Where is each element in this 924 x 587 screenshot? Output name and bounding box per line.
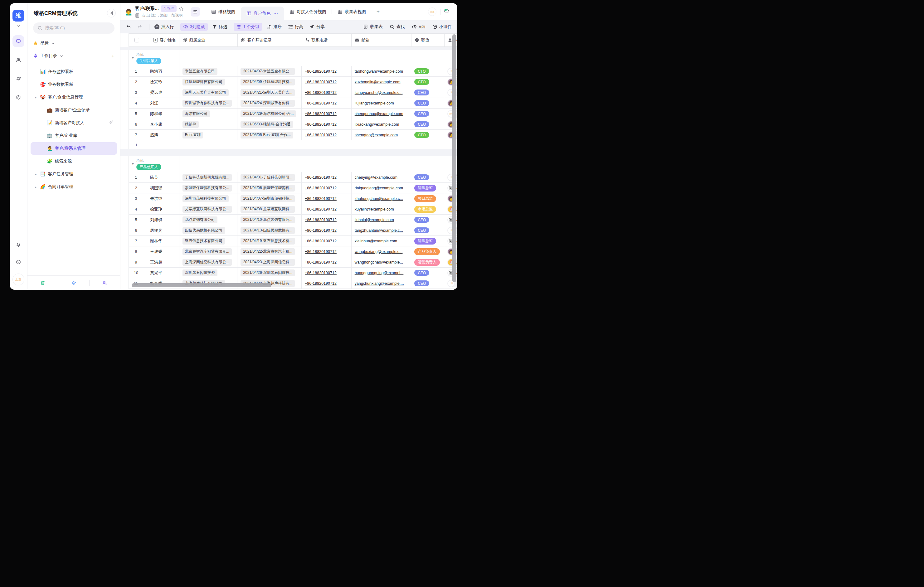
table-row[interactable]: 3梁远述深圳天天美广告有限公司2021/04/21-深圳天天美广告...+86-…: [129, 87, 457, 98]
cell-phone-link[interactable]: +86-18820190712: [305, 69, 337, 74]
sidebar-item-3[interactable]: ▾🤡客户/企业信息管理: [31, 91, 117, 104]
cell-position-pill[interactable]: 销售总监: [414, 237, 436, 244]
sidebar-item-4[interactable]: 💼新增客户/企业记录: [31, 104, 117, 116]
cell-company-chip[interactable]: 米兰五金有限公司: [183, 68, 218, 75]
datasheet-description[interactable]: 点击此处，添加一段说明: [135, 13, 184, 18]
notifications-button[interactable]: [13, 239, 24, 251]
chevron-up-icon[interactable]: [51, 41, 55, 46]
cell-visit-record-chip[interactable]: 2021/04/09-快玩智能科技有...: [241, 79, 295, 86]
cell-phone-link[interactable]: +86-18820190712: [305, 80, 337, 84]
table-row[interactable]: 5陈群华海尔有限公司2021/04/29-海尔有限公司-合...+86-1882…: [129, 109, 457, 119]
cell-customer-name[interactable]: 陈群华: [150, 111, 162, 117]
cell-position-pill[interactable]: CEO: [414, 280, 429, 286]
cell-visit-record-chip[interactable]: 2021/04/08-艾蒂娜互联网科...: [241, 206, 295, 213]
cell-position-pill[interactable]: CEO: [414, 270, 429, 276]
cell-phone-link[interactable]: +86-18820190712: [305, 196, 337, 201]
horizontal-scrollbar[interactable]: [132, 283, 271, 287]
cell-visit-record-chip[interactable]: 2021/04/13-国信优易数据有...: [241, 227, 295, 234]
cell-company-chip[interactable]: 猿辅导: [183, 121, 199, 128]
cell-visit-record-chip[interactable]: 2021/04/23-上海深网信息科...: [241, 259, 295, 266]
help-button[interactable]: [13, 256, 24, 268]
chevron-down-icon[interactable]: [59, 54, 63, 58]
table-row[interactable]: 7谢林华磐石信息技术有限公司2021/04/19-磐石信息技术有...+86-1…: [129, 236, 457, 246]
cell-customer-name[interactable]: 胡国强: [150, 185, 162, 191]
workspace-switch-chevron-icon[interactable]: [16, 23, 21, 28]
column-header-4[interactable]: 联系电话: [302, 34, 352, 46]
cell-visit-record-chip[interactable]: 2021/04/07-米兰五金有限公...: [241, 68, 295, 75]
cell-email-link[interactable]: wanghongchao@example...: [355, 260, 403, 264]
cell-visit-record-chip[interactable]: 2021/04/07-深圳市茂钿科技...: [241, 195, 295, 202]
cell-customer-name[interactable]: 李小康: [150, 122, 162, 127]
caret-down-icon[interactable]: ▾: [35, 96, 38, 99]
cell-company-chip[interactable]: Boss直聘: [183, 132, 203, 139]
cell-email-link[interactable]: xuyalin@example.com: [355, 207, 394, 211]
cell-position-pill[interactable]: CTO: [414, 132, 429, 138]
caret-right-icon[interactable]: ▸: [35, 185, 38, 189]
cell-phone-link[interactable]: +86-18820190712: [305, 91, 337, 95]
cell-customer-name[interactable]: 谢林华: [150, 238, 162, 244]
cell-phone-link[interactable]: +86-18820190712: [305, 207, 337, 211]
cell-email-link[interactable]: zhuhongchun@example.c...: [355, 196, 403, 201]
row-height-button[interactable]: 行高: [288, 24, 303, 30]
user-avatar[interactable]: 土豆: [13, 274, 24, 285]
cell-customer-name[interactable]: 王洪超: [150, 259, 162, 265]
insert-row-button[interactable]: +插入行: [154, 24, 174, 30]
sort-button[interactable]: 排序: [266, 24, 282, 30]
cell-customer-name[interactable]: 陈英: [150, 175, 158, 180]
cell-position-pill[interactable]: CEO: [414, 100, 429, 106]
share-button[interactable]: 分享: [309, 24, 325, 30]
cell-customer-name[interactable]: 盛涛: [150, 132, 158, 138]
cell-customer-name[interactable]: 朱洪纯: [150, 196, 162, 201]
table-row[interactable]: 6唐转兵国信优易数据有限公司2021/04/13-国信优易数据有...+86-1…: [129, 225, 457, 236]
table-row[interactable]: 1陈英子信科技创新研究院有限...2021/04/01-子信科技创新研...+8…: [129, 172, 457, 183]
cell-company-chip[interactable]: 上海深网信息科技有限公...: [183, 259, 232, 266]
cell-email-link[interactable]: wangboxiang@example.c...: [355, 249, 403, 254]
sidebar-item-6[interactable]: 🏢客户/企业库: [31, 129, 117, 142]
cell-position-pill[interactable]: CEO: [414, 228, 429, 233]
cell-position-pill[interactable]: 销售总监: [414, 185, 436, 191]
tab-more-icon[interactable]: ⋯: [273, 11, 278, 16]
cell-phone-link[interactable]: +86-18820190712: [305, 260, 337, 264]
collaborator-avatar[interactable]: 土豆: [428, 8, 436, 16]
cell-customer-name[interactable]: 徐宗玲: [150, 79, 162, 85]
datasheet-title[interactable]: 客户/联系...: [135, 6, 159, 12]
cell-email-link[interactable]: liangyuanshu@example.c...: [355, 91, 403, 95]
template-center-button[interactable]: [58, 280, 89, 285]
column-header-6[interactable]: 职位: [411, 34, 444, 46]
cell-visit-record-chip[interactable]: 2021/04/21-深圳天天美广告...: [241, 89, 295, 96]
cell-customer-name[interactable]: 陶洪万: [150, 69, 162, 74]
cell-visit-record-chip[interactable]: 2021/04/29-海尔有限公司-合...: [241, 110, 296, 117]
search-input[interactable]: 搜索(⌘ G): [33, 23, 114, 34]
cell-company-chip[interactable]: 深圳天天美广告有限公司: [183, 89, 229, 96]
cell-email-link[interactable]: xuzhonglin@example.com: [355, 80, 401, 84]
sync-status-button[interactable]: [444, 8, 452, 16]
cell-customer-name[interactable]: 黄光平: [150, 270, 162, 276]
cell-phone-link[interactable]: +86-18820190712: [305, 271, 337, 275]
cell-phone-link[interactable]: +86-18820190712: [305, 186, 337, 190]
view-list-button[interactable]: [191, 7, 200, 16]
cell-position-pill[interactable]: CEO: [414, 89, 429, 96]
cell-position-pill[interactable]: 产品负责人: [414, 248, 440, 255]
cell-email-link[interactable]: taohongwan@example.com: [355, 69, 403, 74]
table-row[interactable]: 7盛涛Boss直聘2021/05/05-Boss直聘-合作...+86-1882…: [129, 130, 457, 140]
column-header-5[interactable]: 邮箱: [351, 34, 411, 46]
add-row-button[interactable]: +: [129, 140, 457, 149]
cell-email-link[interactable]: liuhaiqi@example.com: [355, 218, 394, 222]
cell-customer-name[interactable]: 刘海琪: [150, 217, 162, 223]
table-row[interactable]: 4刘江深圳诚挚有你科技有限公...2021/04/24-深圳诚挚有你科...+8…: [129, 98, 457, 109]
cell-company-chip[interactable]: 艾蒂娜互联网科技有限公...: [183, 206, 232, 213]
api-button[interactable]: API: [412, 24, 426, 29]
view-tab-4[interactable]: 收集表视图: [332, 3, 371, 20]
send-icon[interactable]: [109, 120, 113, 126]
cell-position-pill[interactable]: 市场总监: [414, 206, 436, 213]
cell-company-chip[interactable]: 海尔有限公司: [183, 110, 210, 117]
cell-customer-name[interactable]: 梁远述: [150, 90, 162, 96]
table-row[interactable]: 3朱洪纯深圳市茂钿科技有限公司2021/04/07-深圳市茂钿科技...+86-…: [129, 193, 457, 204]
cell-visit-record-chip[interactable]: 2021/04/19-磐石信息技术有...: [241, 237, 295, 244]
table-row[interactable]: 10黄光平深圳黑石闪耀投资2021/04/26-深圳黑石闪耀投...+86-18…: [129, 268, 457, 278]
filter-button[interactable]: 筛选: [212, 24, 228, 30]
cell-company-chip[interactable]: 磐石信息技术有限公司: [183, 237, 225, 244]
cell-visit-record-chip[interactable]: 2021/04/06-索能环保能源科...: [241, 185, 295, 191]
add-node-button[interactable]: +: [111, 53, 114, 59]
rail-item-workbench[interactable]: [13, 35, 24, 47]
